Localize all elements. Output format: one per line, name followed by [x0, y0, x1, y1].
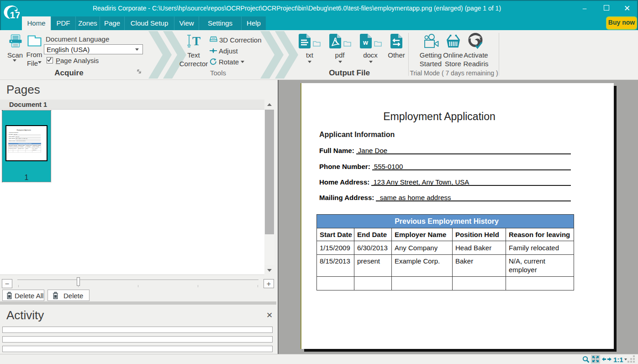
svg-text:17: 17 — [10, 10, 20, 20]
svg-text:w: w — [363, 39, 368, 46]
